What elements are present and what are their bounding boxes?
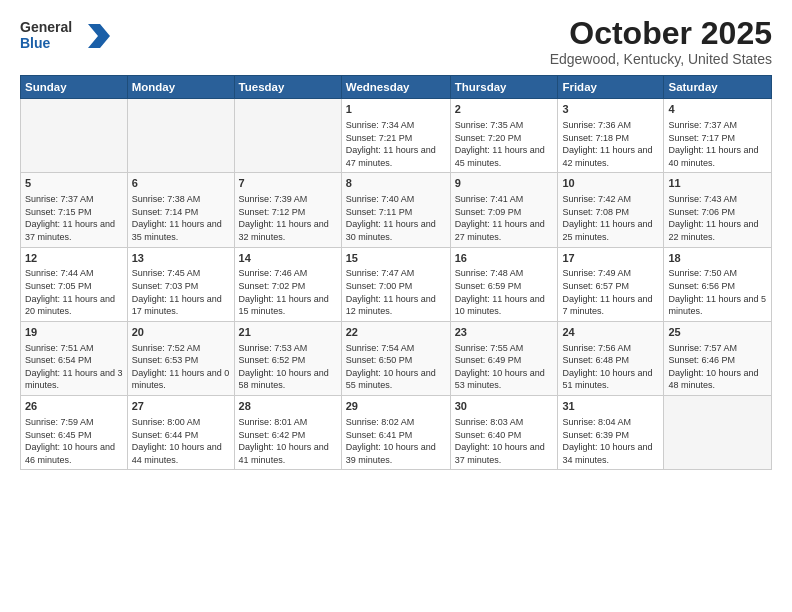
logo: GeneralBlue	[20, 16, 110, 56]
table-row: 16Sunrise: 7:48 AM Sunset: 6:59 PM Dayli…	[450, 247, 558, 321]
day-info: Sunrise: 7:36 AM Sunset: 7:18 PM Dayligh…	[562, 119, 659, 169]
month-title: October 2025	[550, 16, 772, 51]
header-wednesday: Wednesday	[341, 76, 450, 99]
day-info: Sunrise: 7:50 AM Sunset: 6:56 PM Dayligh…	[668, 267, 767, 317]
day-info: Sunrise: 7:46 AM Sunset: 7:02 PM Dayligh…	[239, 267, 337, 317]
table-row: 25Sunrise: 7:57 AM Sunset: 6:46 PM Dayli…	[664, 321, 772, 395]
table-row: 13Sunrise: 7:45 AM Sunset: 7:03 PM Dayli…	[127, 247, 234, 321]
table-row: 10Sunrise: 7:42 AM Sunset: 7:08 PM Dayli…	[558, 173, 664, 247]
day-info: Sunrise: 7:55 AM Sunset: 6:49 PM Dayligh…	[455, 342, 554, 392]
table-row: 2Sunrise: 7:35 AM Sunset: 7:20 PM Daylig…	[450, 99, 558, 173]
calendar-week-row: 19Sunrise: 7:51 AM Sunset: 6:54 PM Dayli…	[21, 321, 772, 395]
table-row: 31Sunrise: 8:04 AM Sunset: 6:39 PM Dayli…	[558, 396, 664, 470]
day-number: 26	[25, 399, 123, 414]
day-info: Sunrise: 7:38 AM Sunset: 7:14 PM Dayligh…	[132, 193, 230, 243]
day-number: 13	[132, 251, 230, 266]
day-number: 12	[25, 251, 123, 266]
day-info: Sunrise: 7:57 AM Sunset: 6:46 PM Dayligh…	[668, 342, 767, 392]
day-number: 30	[455, 399, 554, 414]
day-number: 15	[346, 251, 446, 266]
table-row: 15Sunrise: 7:47 AM Sunset: 7:00 PM Dayli…	[341, 247, 450, 321]
day-number: 11	[668, 176, 767, 191]
table-row: 8Sunrise: 7:40 AM Sunset: 7:11 PM Daylig…	[341, 173, 450, 247]
table-row: 18Sunrise: 7:50 AM Sunset: 6:56 PM Dayli…	[664, 247, 772, 321]
day-number: 31	[562, 399, 659, 414]
day-number: 9	[455, 176, 554, 191]
day-info: Sunrise: 7:45 AM Sunset: 7:03 PM Dayligh…	[132, 267, 230, 317]
day-info: Sunrise: 7:39 AM Sunset: 7:12 PM Dayligh…	[239, 193, 337, 243]
table-row: 21Sunrise: 7:53 AM Sunset: 6:52 PM Dayli…	[234, 321, 341, 395]
logo-svg: GeneralBlue	[20, 16, 110, 56]
table-row: 19Sunrise: 7:51 AM Sunset: 6:54 PM Dayli…	[21, 321, 128, 395]
day-number: 5	[25, 176, 123, 191]
day-number: 7	[239, 176, 337, 191]
table-row: 3Sunrise: 7:36 AM Sunset: 7:18 PM Daylig…	[558, 99, 664, 173]
table-row: 1Sunrise: 7:34 AM Sunset: 7:21 PM Daylig…	[341, 99, 450, 173]
table-row: 29Sunrise: 8:02 AM Sunset: 6:41 PM Dayli…	[341, 396, 450, 470]
day-info: Sunrise: 7:42 AM Sunset: 7:08 PM Dayligh…	[562, 193, 659, 243]
header: GeneralBlue October 2025 Edgewood, Kentu…	[20, 16, 772, 67]
day-info: Sunrise: 8:03 AM Sunset: 6:40 PM Dayligh…	[455, 416, 554, 466]
table-row	[21, 99, 128, 173]
table-row: 11Sunrise: 7:43 AM Sunset: 7:06 PM Dayli…	[664, 173, 772, 247]
table-row: 23Sunrise: 7:55 AM Sunset: 6:49 PM Dayli…	[450, 321, 558, 395]
table-row: 26Sunrise: 7:59 AM Sunset: 6:45 PM Dayli…	[21, 396, 128, 470]
day-info: Sunrise: 7:44 AM Sunset: 7:05 PM Dayligh…	[25, 267, 123, 317]
day-info: Sunrise: 7:49 AM Sunset: 6:57 PM Dayligh…	[562, 267, 659, 317]
day-number: 28	[239, 399, 337, 414]
day-info: Sunrise: 7:43 AM Sunset: 7:06 PM Dayligh…	[668, 193, 767, 243]
table-row: 20Sunrise: 7:52 AM Sunset: 6:53 PM Dayli…	[127, 321, 234, 395]
day-info: Sunrise: 8:01 AM Sunset: 6:42 PM Dayligh…	[239, 416, 337, 466]
header-saturday: Saturday	[664, 76, 772, 99]
table-row: 7Sunrise: 7:39 AM Sunset: 7:12 PM Daylig…	[234, 173, 341, 247]
table-row: 4Sunrise: 7:37 AM Sunset: 7:17 PM Daylig…	[664, 99, 772, 173]
weekday-header-row: Sunday Monday Tuesday Wednesday Thursday…	[21, 76, 772, 99]
title-block: October 2025 Edgewood, Kentucky, United …	[550, 16, 772, 67]
table-row: 12Sunrise: 7:44 AM Sunset: 7:05 PM Dayli…	[21, 247, 128, 321]
day-info: Sunrise: 8:04 AM Sunset: 6:39 PM Dayligh…	[562, 416, 659, 466]
day-info: Sunrise: 7:37 AM Sunset: 7:15 PM Dayligh…	[25, 193, 123, 243]
svg-marker-2	[88, 24, 110, 48]
calendar-table: Sunday Monday Tuesday Wednesday Thursday…	[20, 75, 772, 470]
day-number: 1	[346, 102, 446, 117]
day-info: Sunrise: 7:41 AM Sunset: 7:09 PM Dayligh…	[455, 193, 554, 243]
day-number: 16	[455, 251, 554, 266]
day-number: 3	[562, 102, 659, 117]
day-info: Sunrise: 7:59 AM Sunset: 6:45 PM Dayligh…	[25, 416, 123, 466]
table-row: 27Sunrise: 8:00 AM Sunset: 6:44 PM Dayli…	[127, 396, 234, 470]
header-thursday: Thursday	[450, 76, 558, 99]
day-info: Sunrise: 7:52 AM Sunset: 6:53 PM Dayligh…	[132, 342, 230, 392]
svg-text:Blue: Blue	[20, 35, 51, 51]
day-info: Sunrise: 8:00 AM Sunset: 6:44 PM Dayligh…	[132, 416, 230, 466]
day-info: Sunrise: 7:51 AM Sunset: 6:54 PM Dayligh…	[25, 342, 123, 392]
header-tuesday: Tuesday	[234, 76, 341, 99]
day-info: Sunrise: 7:54 AM Sunset: 6:50 PM Dayligh…	[346, 342, 446, 392]
day-number: 2	[455, 102, 554, 117]
day-number: 14	[239, 251, 337, 266]
table-row: 17Sunrise: 7:49 AM Sunset: 6:57 PM Dayli…	[558, 247, 664, 321]
day-number: 8	[346, 176, 446, 191]
day-number: 17	[562, 251, 659, 266]
table-row: 9Sunrise: 7:41 AM Sunset: 7:09 PM Daylig…	[450, 173, 558, 247]
day-info: Sunrise: 7:56 AM Sunset: 6:48 PM Dayligh…	[562, 342, 659, 392]
page: GeneralBlue October 2025 Edgewood, Kentu…	[0, 0, 792, 612]
calendar-week-row: 12Sunrise: 7:44 AM Sunset: 7:05 PM Dayli…	[21, 247, 772, 321]
day-number: 20	[132, 325, 230, 340]
day-number: 19	[25, 325, 123, 340]
table-row: 14Sunrise: 7:46 AM Sunset: 7:02 PM Dayli…	[234, 247, 341, 321]
day-info: Sunrise: 8:02 AM Sunset: 6:41 PM Dayligh…	[346, 416, 446, 466]
table-row: 5Sunrise: 7:37 AM Sunset: 7:15 PM Daylig…	[21, 173, 128, 247]
table-row: 30Sunrise: 8:03 AM Sunset: 6:40 PM Dayli…	[450, 396, 558, 470]
table-row: 28Sunrise: 8:01 AM Sunset: 6:42 PM Dayli…	[234, 396, 341, 470]
table-row	[127, 99, 234, 173]
day-number: 24	[562, 325, 659, 340]
day-info: Sunrise: 7:48 AM Sunset: 6:59 PM Dayligh…	[455, 267, 554, 317]
day-number: 22	[346, 325, 446, 340]
day-number: 10	[562, 176, 659, 191]
header-monday: Monday	[127, 76, 234, 99]
calendar-week-row: 1Sunrise: 7:34 AM Sunset: 7:21 PM Daylig…	[21, 99, 772, 173]
table-row: 24Sunrise: 7:56 AM Sunset: 6:48 PM Dayli…	[558, 321, 664, 395]
table-row: 22Sunrise: 7:54 AM Sunset: 6:50 PM Dayli…	[341, 321, 450, 395]
day-number: 27	[132, 399, 230, 414]
day-info: Sunrise: 7:35 AM Sunset: 7:20 PM Dayligh…	[455, 119, 554, 169]
